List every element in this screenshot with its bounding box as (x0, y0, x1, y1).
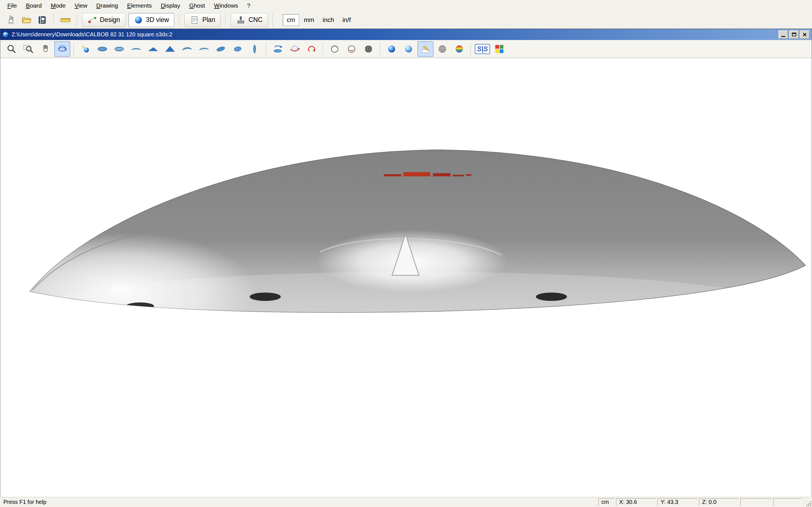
profile-thin-icon (198, 43, 209, 55)
document-title-bar[interactable]: Z:\Users\dennery\Downloads\CALBOB 82 31 … (0, 29, 812, 40)
view3d-mode-button[interactable]: 3D view (128, 13, 174, 27)
cnc-mode-label: CNC (248, 16, 262, 24)
design-mode-button[interactable]: Design (82, 13, 125, 27)
hand-tool-button[interactable] (3, 13, 18, 27)
sphere-striped-button[interactable] (435, 41, 450, 57)
sis-icon: S|S (475, 44, 490, 54)
board-3d-render (0, 58, 812, 497)
document-app-icon (3, 32, 9, 38)
status-unit: cm (598, 498, 615, 506)
status-empty-panel (773, 498, 802, 506)
sphere-light-blue-icon (403, 43, 414, 55)
shaded-light-button[interactable] (78, 41, 93, 57)
save-file-button[interactable] (35, 13, 50, 27)
pencil-icon (420, 43, 431, 55)
status-z-coordinate: Z: 0.0 (699, 498, 739, 506)
maximize-icon (792, 33, 796, 36)
pencil-edit-button[interactable] (417, 41, 434, 57)
outline-deck-icon (114, 43, 125, 55)
unit-mm-button[interactable]: mm (300, 14, 318, 25)
unit-inf-button[interactable]: in/f (339, 14, 354, 25)
document-title: Z:\Users\dennery\Downloads\CALBOB 82 31 … (11, 31, 776, 38)
ball-red-button[interactable] (344, 41, 359, 57)
measurements-button[interactable] (57, 13, 73, 27)
menu-help[interactable]: ? (243, 1, 255, 10)
menu-board[interactable]: Board (21, 1, 46, 10)
ball-outline-button[interactable] (327, 41, 343, 57)
toolbar-separator (77, 14, 77, 26)
ball-wireframe-button[interactable] (361, 41, 376, 57)
zoom-window-button[interactable] (20, 41, 36, 57)
viewbar-separator (266, 43, 266, 55)
main-toolbar: Design 3D view Plan CNC cm mm inch in/f (0, 11, 812, 29)
rotate-free-icon (306, 43, 317, 55)
rotate-free-button[interactable] (304, 41, 319, 57)
menu-display[interactable]: Display (156, 1, 185, 10)
plan-document-icon (190, 15, 199, 25)
outline-deck-view-button[interactable] (111, 41, 127, 57)
slab-view-button[interactable] (213, 41, 229, 57)
unit-cm-button[interactable]: cm (283, 14, 299, 26)
save-file-icon (37, 14, 48, 25)
blob-icon (232, 43, 243, 55)
menu-mode[interactable]: Mode (46, 1, 70, 10)
sphere-blue-button[interactable] (384, 41, 400, 57)
design-nodes-icon (87, 15, 97, 25)
flip-view-button[interactable] (270, 41, 286, 57)
cnc-mode-button[interactable]: CNC (231, 13, 268, 27)
window-maximize-button[interactable] (789, 31, 799, 39)
status-bar: Press F1 for help cm X: 30.6 Y: 43.3 Z: … (0, 497, 812, 507)
open-file-icon (21, 14, 32, 25)
menu-elements[interactable]: Elements (123, 1, 156, 10)
viewbar-separator (470, 43, 471, 55)
blob-view-button[interactable] (230, 41, 246, 57)
menu-drawing[interactable]: Drawing (92, 1, 123, 10)
slab-icon (215, 43, 226, 55)
ball-red-icon (346, 43, 357, 55)
plan-mode-button[interactable]: Plan (185, 13, 220, 27)
zoom-button[interactable] (4, 41, 19, 57)
thickness-view-button[interactable] (128, 41, 144, 57)
zoom-icon (6, 43, 17, 55)
sphere-rainbow-icon (454, 43, 465, 55)
design-mode-label: Design (100, 16, 120, 24)
sphere-rainbow-button[interactable] (451, 41, 467, 57)
measurements-ruler-icon (60, 14, 71, 25)
outline-top-view-button[interactable] (94, 41, 110, 57)
pan-button[interactable] (38, 41, 53, 57)
profile-swoosh-view-button[interactable] (179, 41, 195, 57)
viewbar-separator (380, 43, 380, 55)
color-grid-button[interactable] (492, 41, 507, 57)
rotate-3d-button[interactable] (54, 41, 70, 57)
outline-top-icon (97, 43, 108, 55)
menu-file[interactable]: File (3, 1, 21, 10)
sis-button[interactable]: S|S (474, 41, 490, 57)
flip-view-icon (272, 43, 283, 55)
viewbar-separator (323, 43, 323, 55)
open-file-button[interactable] (18, 13, 35, 27)
blade-icon (249, 43, 260, 55)
document-window: Z:\Users\dennery\Downloads\CALBOB 82 31 … (0, 29, 812, 497)
minimize-icon (781, 36, 785, 37)
3d-viewport[interactable] (0, 58, 812, 497)
status-x-coordinate: X: 30.6 (616, 498, 656, 506)
window-minimize-button[interactable] (778, 31, 788, 39)
sphere-striped-icon (437, 43, 448, 55)
unit-inch-button[interactable]: inch (319, 14, 338, 25)
rotate-vertical-button[interactable] (287, 41, 303, 57)
resize-grip[interactable] (803, 498, 812, 507)
menu-windows[interactable]: Windows (209, 1, 243, 10)
menu-view[interactable]: View (70, 1, 92, 10)
profile-thin-view-button[interactable] (196, 41, 212, 57)
ball-wireframe-icon (363, 43, 374, 55)
rocker-small-icon (147, 43, 159, 55)
blade-view-button[interactable] (247, 41, 262, 57)
thickness-icon (131, 43, 142, 55)
unit-selector: cm mm inch in/f (283, 14, 354, 26)
window-close-button[interactable]: × (800, 31, 809, 39)
menu-ghost[interactable]: Ghost (185, 1, 209, 10)
rocker-small-view-button[interactable] (145, 41, 161, 57)
rocker-large-view-button[interactable] (162, 41, 178, 57)
rocker-large-icon (164, 43, 175, 55)
sphere-light-blue-button[interactable] (401, 41, 416, 57)
